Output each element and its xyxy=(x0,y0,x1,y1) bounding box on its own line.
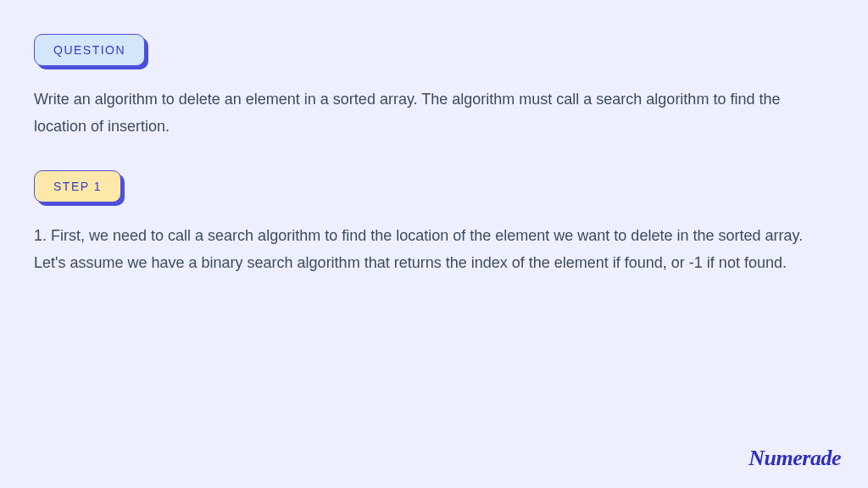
question-label: QUESTION xyxy=(34,34,145,66)
step-label: STEP 1 xyxy=(34,170,121,202)
step-badge: STEP 1 xyxy=(34,170,121,202)
question-text: Write an algorithm to delete an element … xyxy=(34,86,834,140)
step-text: 1. First, we need to call a search algor… xyxy=(34,223,834,276)
question-badge: QUESTION xyxy=(34,34,145,66)
brand-logo: Numerade xyxy=(748,446,841,471)
